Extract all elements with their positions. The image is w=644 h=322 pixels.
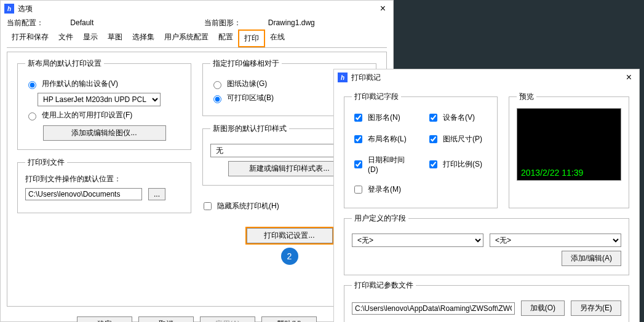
chk-login[interactable]: 登录名(M): [352, 184, 415, 195]
param-file-legend: 打印戳记参数文件: [352, 280, 416, 291]
close-icon[interactable]: ×: [376, 3, 389, 14]
user-fields-legend: 用户定义的字段: [352, 213, 408, 224]
add-edit-button[interactable]: 添加/编辑(A): [562, 251, 621, 266]
tab-user-sys[interactable]: 用户系统配置: [159, 29, 213, 47]
tab-draft[interactable]: 草图: [103, 29, 127, 47]
ok-button[interactable]: 确定: [77, 316, 132, 322]
window-title: 选项: [18, 4, 376, 14]
tab-body: 新布局的默认打印设置 用作默认的输出设备(V) HP LaserJet M203…: [7, 52, 387, 307]
app-icon: h: [4, 4, 14, 14]
plot-to-file-legend: 打印到文件: [25, 157, 67, 168]
apply-button[interactable]: 应用(A): [200, 316, 255, 322]
tab-selection[interactable]: 选择集: [127, 29, 159, 47]
radio-default-output[interactable]: 用作默认的输出设备(V): [25, 79, 183, 89]
plot-to-file-label: 打印到文件操作的默认位置：: [25, 174, 183, 184]
config-label: 当前配置：: [7, 18, 44, 27]
param-file-path[interactable]: [352, 302, 515, 315]
tab-print[interactable]: 打印: [238, 29, 265, 47]
printer-select[interactable]: HP LaserJet M203dn UPD PCL 6: [38, 93, 161, 106]
user-field-2-select[interactable]: <无>: [490, 234, 621, 247]
tabs: 打开和保存 文件 显示 草图 选择集 用户系统配置 配置 打印 在线: [7, 29, 387, 48]
edit-style-button[interactable]: 新建或编辑打印样式表...: [228, 161, 351, 176]
plot-to-file-path[interactable]: [25, 188, 142, 200]
add-plotter-button[interactable]: 添加或编辑绘图仪...: [43, 125, 166, 141]
titlebar: h 选项 ×: [1, 1, 393, 17]
chk-layout-name[interactable]: 布局名称(L): [352, 133, 415, 145]
stamp-titlebar: h 打印戳记 ×: [334, 69, 639, 85]
app-icon: h: [338, 73, 348, 82]
saveas-button[interactable]: 另存为(E): [571, 300, 621, 316]
preview-group: 预览 2013/2/22 11:39: [509, 92, 629, 208]
tab-open-save[interactable]: 打开和保存: [7, 29, 54, 47]
plot-to-file-group: 打印到文件 打印到文件操作的默认位置： ...: [17, 157, 191, 213]
style-legend: 新图形的默认打印样式: [210, 124, 289, 134]
preview-timestamp: 2013/2/22 11:39: [521, 168, 583, 178]
cancel-button[interactable]: 取消: [138, 316, 194, 322]
help-button[interactable]: 帮助(H): [261, 316, 317, 322]
status-row: 当前配置： Default 当前图形： Drawing1.dwg: [1, 17, 393, 29]
preview-area: 2013/2/22 11:39: [517, 108, 621, 181]
tab-display[interactable]: 显示: [78, 29, 103, 47]
tab-online[interactable]: 在线: [265, 29, 290, 47]
offset-legend: 指定打印偏移相对于: [210, 58, 282, 69]
chk-datetime[interactable]: 日期和时间(D): [352, 155, 415, 174]
stamp-fields-group: 打印戳记字段 图形名(N) 设备名(V) 布局名称(L) 图纸尺寸(P) 日期和…: [344, 92, 498, 208]
print-stamp-window: h 打印戳记 × 打印戳记字段 图形名(N) 设备名(V) 布局名称(L) 图纸…: [333, 69, 640, 322]
chk-paper-size[interactable]: 图纸尺寸(P): [427, 133, 490, 145]
user-field-1-select[interactable]: <无>: [352, 234, 483, 247]
chk-drawing-name[interactable]: 图形名(N): [352, 112, 415, 124]
tab-file[interactable]: 文件: [54, 29, 78, 47]
stamp-title: 打印戳记: [351, 73, 622, 83]
drawing-value: Drawing1.dwg: [268, 18, 315, 27]
stamp-fields-legend: 打印戳记字段: [352, 92, 401, 102]
browse-button[interactable]: ...: [148, 188, 165, 200]
drawing-label: 当前图形：: [204, 18, 241, 27]
badge-2: 2: [281, 248, 298, 265]
close-icon[interactable]: ×: [622, 72, 635, 83]
config-value: Default: [70, 18, 93, 27]
stamp-settings-button[interactable]: 打印戳记设置...: [247, 228, 333, 243]
param-file-group: 打印戳记参数文件 加载(O) 另存为(E): [344, 280, 629, 322]
radio-last-settings[interactable]: 使用上次的可用打印设置(F): [25, 110, 183, 120]
chk-device-name[interactable]: 设备名(V): [427, 112, 490, 124]
chk-scale[interactable]: 打印比例(S): [427, 155, 490, 174]
layout-defaults-legend: 新布局的默认打印设置: [25, 58, 104, 69]
layout-defaults-group: 新布局的默认打印设置 用作默认的输出设备(V) HP LaserJet M203…: [17, 58, 191, 150]
user-fields-group: 用户定义的字段 <无> <无> 添加/编辑(A): [344, 213, 629, 275]
tab-profile[interactable]: 配置: [213, 29, 238, 47]
load-button[interactable]: 加载(O): [521, 300, 565, 316]
preview-legend: 预览: [517, 92, 536, 102]
